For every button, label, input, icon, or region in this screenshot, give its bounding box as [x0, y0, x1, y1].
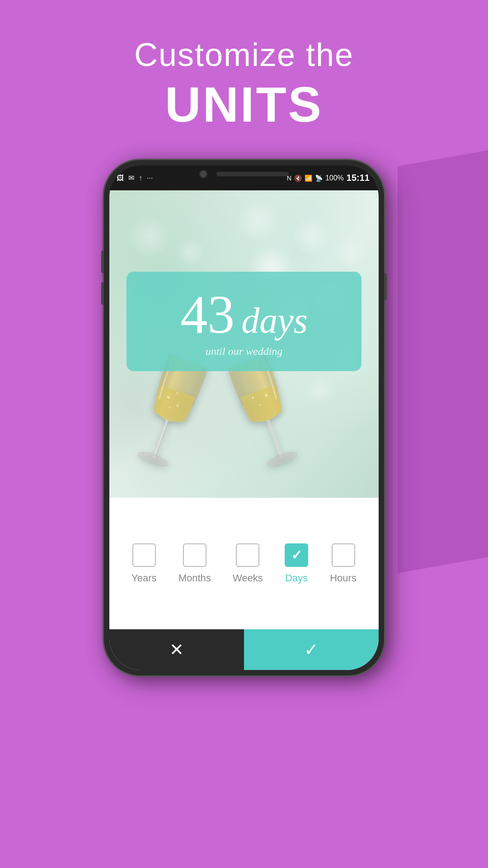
svg-point-5: [137, 449, 170, 469]
unit-selector: Years Months Weeks Days: [109, 498, 379, 629]
image-status-icon: 🖼: [117, 174, 124, 182]
battery-text: 100%: [325, 174, 344, 182]
countdown-subtitle: until our wedding: [145, 345, 343, 358]
action-bar: ✕ ✓: [109, 629, 379, 670]
phone-outer: 🖼 ✉ ↑ ··· N 🔇 📶 📡 100% 15:11: [104, 160, 384, 675]
countdown-banner: 43 days until our wedding: [127, 272, 361, 371]
countdown-unit: days: [241, 300, 308, 341]
months-checkbox[interactable]: [183, 543, 206, 567]
bottom-section: Years Months Weeks Days: [109, 498, 379, 670]
champagne-glasses: [117, 353, 371, 498]
confirm-button[interactable]: ✓: [244, 629, 379, 670]
weeks-label: Weeks: [233, 572, 263, 584]
status-time: 15:11: [347, 173, 370, 183]
upload-status-icon: ↑: [139, 174, 142, 182]
speaker-bar: [216, 172, 289, 176]
hours-label: Hours: [330, 572, 357, 584]
header-title: UNITS: [134, 75, 354, 133]
unit-item-days[interactable]: Days: [285, 543, 308, 584]
volume-up-button[interactable]: [101, 250, 104, 273]
weeks-checkbox[interactable]: [236, 543, 259, 567]
phone-screen: 🖼 ✉ ↑ ··· N 🔇 📶 📡 100% 15:11: [109, 165, 379, 670]
power-button[interactable]: [384, 273, 387, 300]
cancel-button[interactable]: ✕: [109, 629, 244, 670]
svg-point-10: [266, 449, 299, 469]
confirm-icon: ✓: [304, 640, 319, 660]
svg-rect-4: [152, 420, 169, 459]
months-label: Months: [178, 572, 211, 584]
status-bar-left: 🖼 ✉ ↑ ···: [117, 174, 153, 182]
days-label: Days: [285, 572, 308, 584]
years-checkbox[interactable]: [132, 543, 156, 567]
countdown-number: 43: [180, 288, 235, 342]
header-subtitle: Customize the: [134, 36, 354, 73]
hours-checkbox[interactable]: [332, 543, 355, 567]
mail-status-icon: ✉: [128, 174, 134, 182]
days-checkbox[interactable]: [285, 543, 308, 567]
volume-down-button[interactable]: [101, 282, 104, 305]
phone-top-bezel: [163, 170, 325, 178]
phone-mockup: 🖼 ✉ ↑ ··· N 🔇 📶 📡 100% 15:11: [104, 160, 384, 675]
unit-item-weeks[interactable]: Weeks: [233, 543, 263, 584]
unit-item-months[interactable]: Months: [178, 543, 211, 584]
unit-item-years[interactable]: Years: [131, 543, 156, 584]
countdown-display: 43 days: [145, 288, 343, 342]
camera-dot: [199, 170, 207, 178]
unit-item-hours[interactable]: Hours: [330, 543, 357, 584]
photo-area: 43 days until our wedding: [109, 190, 379, 498]
cancel-icon: ✕: [169, 640, 184, 660]
app-content: 43 days until our wedding Years: [109, 190, 379, 670]
header-section: Customize the UNITS: [134, 0, 354, 133]
years-label: Years: [131, 572, 156, 584]
dots-status-icon: ···: [147, 174, 153, 182]
svg-rect-9: [267, 420, 284, 459]
